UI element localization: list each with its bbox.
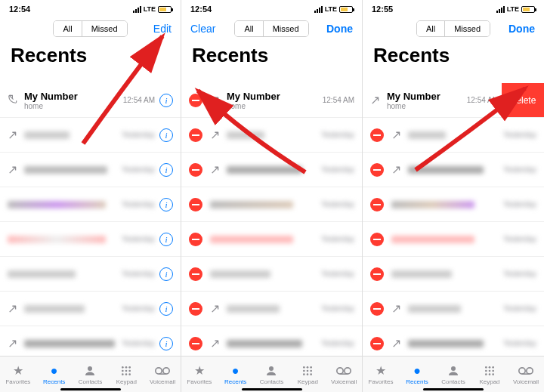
delete-minus-icon[interactable] <box>370 302 384 316</box>
svg-point-18 <box>307 369 309 372</box>
call-row[interactable]: ↗Yesterdayi <box>0 326 181 356</box>
delete-minus-icon[interactable] <box>189 198 202 211</box>
phone-screen-2: 12:54 LTE Clear All Missed Done Recents … <box>181 0 363 392</box>
svg-point-20 <box>303 373 305 375</box>
delete-minus-icon[interactable] <box>189 163 202 177</box>
call-row[interactable]: ↗Yesterdayi <box>0 153 181 187</box>
delete-minus-icon[interactable] <box>370 128 384 142</box>
delete-minus-icon[interactable] <box>189 337 202 350</box>
svg-point-24 <box>345 367 351 373</box>
battery-icon <box>339 6 353 13</box>
home-indicator[interactable] <box>60 388 121 390</box>
call-row[interactable]: Yesterday <box>363 222 544 257</box>
delete-minus-icon[interactable] <box>189 233 202 246</box>
call-row[interactable]: My Number home 12:54 AM i <box>0 83 181 118</box>
info-icon[interactable]: i <box>159 198 173 211</box>
filter-missed[interactable]: Missed <box>444 21 490 36</box>
call-sub: home <box>24 102 120 110</box>
call-row[interactable]: ↗Yesterday <box>181 292 362 326</box>
tab-recents[interactable]: ●Recents <box>36 357 73 392</box>
call-sub: home <box>227 102 320 110</box>
call-row[interactable]: Yesterdayi <box>0 222 181 257</box>
filter-segmented[interactable]: All Missed <box>234 20 308 37</box>
call-row[interactable]: ↗Yesterday <box>181 153 362 187</box>
clock-icon: ● <box>47 364 62 378</box>
recents-list[interactable]: ↗ My Number home 12:54 AM ↗Yesterday ↗Ye… <box>181 83 362 356</box>
tab-favorites[interactable]: ★Favorites <box>0 357 36 392</box>
delete-button[interactable]: Delete <box>502 83 544 117</box>
call-row[interactable]: ↗Yesterdayi <box>0 292 181 326</box>
call-row[interactable]: ↗ My Number home 12:54 AM Delete <box>363 83 544 118</box>
tab-favorites[interactable]: ★Favorites <box>181 357 218 392</box>
call-row[interactable]: ↗Yesterday <box>363 326 544 356</box>
svg-point-4 <box>122 369 124 372</box>
call-row[interactable]: Yesterday <box>181 222 362 257</box>
signal-icon <box>496 6 505 13</box>
info-icon[interactable]: i <box>159 233 173 246</box>
svg-point-34 <box>489 373 491 375</box>
done-button[interactable]: Done <box>320 23 353 35</box>
svg-point-35 <box>492 373 494 375</box>
tab-contacts[interactable]: Contacts <box>435 357 471 392</box>
call-row[interactable]: ↗ My Number home 12:54 AM <box>181 83 362 118</box>
delete-minus-icon[interactable] <box>189 128 202 142</box>
delete-minus-icon[interactable] <box>370 267 384 281</box>
call-row[interactable]: Yesterday <box>363 257 544 292</box>
page-title: Recents <box>0 41 181 73</box>
delete-minus-icon[interactable] <box>370 337 384 350</box>
call-row[interactable]: Yesterday <box>181 257 362 292</box>
filter-all[interactable]: All <box>235 21 262 36</box>
tab-voicemail[interactable]: Voicemail <box>326 357 362 392</box>
svg-point-5 <box>125 369 128 372</box>
delete-minus-icon[interactable] <box>370 163 384 177</box>
svg-point-22 <box>311 373 313 375</box>
call-name: My Number <box>227 91 320 102</box>
filter-all[interactable]: All <box>417 21 444 36</box>
tab-keypad[interactable]: Keypad <box>108 357 144 392</box>
delete-minus-icon[interactable] <box>189 94 202 107</box>
tab-recents[interactable]: ●Recents <box>399 357 435 392</box>
info-icon[interactable]: i <box>159 94 173 107</box>
tab-bar: ★Favorites ●Recents Contacts Keypad Voic… <box>181 356 362 392</box>
info-icon[interactable]: i <box>159 267 173 281</box>
info-icon[interactable]: i <box>159 128 173 142</box>
info-icon[interactable]: i <box>159 163 173 177</box>
filter-missed[interactable]: Missed <box>82 21 127 36</box>
delete-minus-icon[interactable] <box>370 198 384 211</box>
call-row[interactable]: Yesterday <box>181 187 362 222</box>
tab-contacts[interactable]: Contacts <box>73 357 109 392</box>
info-icon[interactable]: i <box>159 337 173 350</box>
call-row[interactable]: Yesterday <box>363 187 544 222</box>
tab-keypad[interactable]: Keypad <box>289 357 326 392</box>
recents-list[interactable]: My Number home 12:54 AM i ↗Yesterdayi ↗Y… <box>0 83 181 356</box>
tab-recents[interactable]: ●Recents <box>218 357 254 392</box>
tab-voicemail[interactable]: Voicemail <box>508 357 544 392</box>
filter-missed[interactable]: Missed <box>263 21 308 36</box>
home-indicator[interactable] <box>242 388 302 390</box>
call-row[interactable]: ↗Yesterday <box>363 153 544 187</box>
page-title: Recents <box>363 41 544 73</box>
call-row[interactable]: ↗Yesterday <box>181 326 362 356</box>
tab-voicemail[interactable]: Voicemail <box>144 357 181 392</box>
call-row[interactable]: ↗Yesterdayi <box>0 118 181 153</box>
filter-all[interactable]: All <box>54 21 81 36</box>
tab-keypad[interactable]: Keypad <box>471 357 508 392</box>
clear-button[interactable]: Clear <box>190 23 224 35</box>
tab-contacts[interactable]: Contacts <box>254 357 290 392</box>
home-indicator[interactable] <box>423 388 484 390</box>
delete-minus-icon[interactable] <box>189 302 202 316</box>
info-icon[interactable]: i <box>159 302 173 316</box>
call-row[interactable]: Yesterdayi <box>0 187 181 222</box>
edit-button[interactable]: Edit <box>138 23 172 35</box>
call-row[interactable]: ↗Yesterday <box>363 292 544 326</box>
filter-segmented[interactable]: All Missed <box>53 20 127 37</box>
call-row[interactable]: Yesterdayi <box>0 257 181 292</box>
filter-segmented[interactable]: All Missed <box>416 20 490 37</box>
done-button[interactable]: Done <box>502 23 535 35</box>
call-row[interactable]: ↗Yesterday <box>363 118 544 153</box>
recents-list[interactable]: ↗ My Number home 12:54 AM Delete ↗Yester… <box>363 83 544 356</box>
delete-minus-icon[interactable] <box>189 267 202 281</box>
delete-minus-icon[interactable] <box>370 233 384 246</box>
call-row[interactable]: ↗Yesterday <box>181 118 362 153</box>
tab-favorites[interactable]: ★Favorites <box>363 357 399 392</box>
